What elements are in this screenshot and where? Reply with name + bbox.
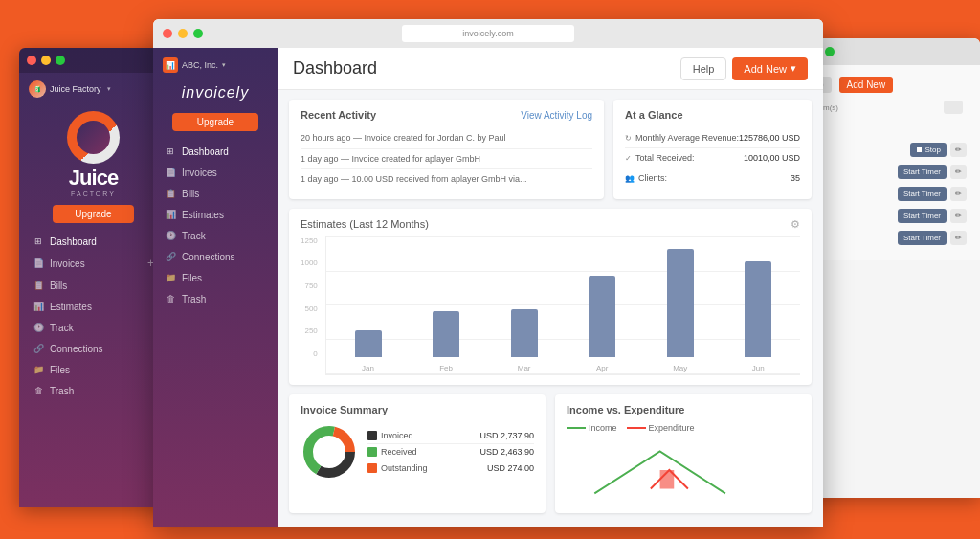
left-nav-label-files: Files [50, 365, 70, 375]
sidebar-nav-label-invoices: Invoices [182, 168, 217, 178]
invoiced-color [368, 431, 377, 440]
sidebar-nav-item-estimates[interactable]: 📊 Estimates [153, 204, 278, 225]
maximize-dot[interactable] [825, 47, 835, 56]
sidebar-nav-item-trash[interactable]: 🗑 Trash [153, 288, 278, 309]
glance-received-label: ✓ Total Received: [625, 153, 695, 163]
left-nav-item-track[interactable]: 🕐 Track [19, 317, 167, 338]
left-nav-label-connections: Connections [50, 344, 103, 354]
outstanding-value: USD 274.00 [487, 463, 534, 473]
start-timer-button-3[interactable]: Start Timer [898, 187, 947, 201]
sidebar-invoices-icon: 📄 [165, 167, 176, 178]
view-activity-log-link[interactable]: View Activity Log [521, 110, 592, 121]
chart-bar-feb [433, 311, 459, 357]
left-nav: ⊞ Dashboard 📄 Invoices + 📋 Bills 📊 Estim… [19, 231, 167, 401]
edit-button-2[interactable]: ✏ [950, 165, 967, 179]
left-nav-label-dashboard: Dashboard [50, 236, 97, 247]
sidebar-nav-item-dashboard[interactable]: ⊞ Dashboard [153, 141, 278, 162]
left-company-name: Juice Factory [50, 84, 101, 94]
sidebar-upgrade-button[interactable]: Upgrade [172, 113, 258, 131]
glance-revenue-label: ↻ Monthly Average Revenue: [625, 133, 739, 143]
glance-revenue-value: 125786,00 USD [739, 133, 800, 143]
sidebar-nav-label-dashboard: Dashboard [182, 146, 229, 157]
main-window-titlebar: invoicely.com [153, 19, 823, 48]
sidebar-track-icon: 🕐 [165, 230, 176, 241]
x-label-jan: Jan [336, 364, 401, 372]
juice-logo-text: Juice [69, 166, 118, 191]
left-maximize-dot[interactable] [56, 56, 65, 65]
sidebar-nav-item-bills[interactable]: 📋 Bills [153, 183, 278, 204]
search-box[interactable] [944, 101, 963, 114]
left-nav-item-estimates[interactable]: 📊 Estimates [19, 296, 167, 317]
left-minimize-dot[interactable] [41, 56, 51, 65]
url-bar[interactable]: invoicely.com [402, 25, 574, 42]
left-nav-item-bills[interactable]: 📋 Bills [19, 275, 167, 296]
recent-activity-title: Recent Activity [301, 109, 376, 121]
income-legend-item-income: Income [567, 423, 617, 433]
sidebar-company-name: ABC, Inc. [182, 60, 218, 70]
income-legend: Income Expenditure [567, 423, 800, 433]
add-new-button[interactable]: Add New ▾ [732, 57, 808, 80]
sidebar-header: 📊 ABC, Inc. ▾ [153, 48, 278, 79]
left-close-dot[interactable] [27, 56, 36, 65]
gear-icon[interactable]: ⚙ [791, 218, 800, 231]
main-minimize-dot[interactable] [178, 29, 188, 38]
edit-button-3[interactable]: ✏ [950, 187, 967, 201]
sidebar-company[interactable]: 📊 ABC, Inc. ▾ [163, 57, 226, 73]
left-company-header[interactable]: 🧃 Juice Factory ▾ [19, 73, 167, 105]
sidebar-logo-area: invoicely [153, 79, 278, 107]
y-label-1000: 1000 [301, 258, 318, 267]
left-nav-item-dashboard[interactable]: ⊞ Dashboard [19, 231, 167, 252]
donut-chart [301, 423, 358, 481]
sidebar-nav-item-files[interactable]: 📁 Files [153, 267, 278, 288]
income-legend-label: Income [589, 423, 617, 433]
add-new-arrow-icon: ▾ [791, 62, 796, 75]
invoices-icon: 📄 [33, 258, 44, 269]
recent-activity-header: Recent Activity View Activity Log [301, 109, 592, 121]
sidebar: 📊 ABC, Inc. ▾ invoicely Upgrade ⊞ Dashbo… [153, 48, 278, 527]
estimates-chart-card: Estimates (Last 12 Months) ⚙ 1250 1000 7… [289, 209, 812, 385]
back-add-new-button[interactable]: Add New [839, 77, 894, 93]
income-chart-area [567, 437, 800, 504]
start-timer-button-2[interactable]: Start Timer [898, 165, 947, 179]
sidebar-bills-icon: 📋 [165, 188, 176, 199]
start-timer-button-4[interactable]: Start Timer [898, 209, 947, 223]
left-nav-item-connections[interactable]: 🔗 Connections [19, 338, 167, 359]
y-label-750: 750 [301, 281, 318, 290]
chart-bars [326, 237, 800, 357]
chart-bar-group-jun [725, 237, 791, 357]
sidebar-estimates-icon: 📊 [165, 209, 176, 220]
main-maximize-dot[interactable] [193, 29, 203, 38]
left-nav-item-files[interactable]: 📁 Files [19, 359, 167, 380]
x-label-feb: Feb [413, 364, 479, 372]
invoice-summary-header: Invoice Summary [301, 404, 534, 415]
sidebar-nav-item-connections[interactable]: 🔗 Connections [153, 246, 278, 267]
edit-button-5[interactable]: ✏ [950, 231, 967, 245]
start-timer-button-5[interactable]: Start Timer [898, 231, 947, 245]
juice-logo-area: Juice FACTORY [19, 105, 167, 205]
timer-item-2: Start Timer ✏ [802, 165, 967, 179]
sidebar-nav: ⊞ Dashboard 📄 Invoices 📋 Bills 📊 Estimat… [153, 141, 278, 527]
main-content: Dashboard Help Add New ▾ Recent Activity… [278, 48, 823, 527]
stop-button-1[interactable]: ⏹ Stop [910, 143, 947, 157]
left-nav-item-invoices[interactable]: 📄 Invoices + [19, 252, 167, 275]
edit-button-4[interactable]: ✏ [950, 209, 967, 223]
sidebar-nav-item-track[interactable]: 🕐 Track [153, 225, 278, 246]
chart-bar-group-jan [336, 237, 401, 357]
svg-rect-3 [660, 470, 675, 489]
left-upgrade-button[interactable]: Upgrade [53, 205, 134, 223]
main-close-dot[interactable] [163, 29, 172, 38]
glance-row-received: ✓ Total Received: 10010,00 USD [625, 148, 800, 168]
received-value: USD 2,463.90 [479, 447, 534, 457]
edit-button-1[interactable]: ✏ [950, 143, 967, 157]
help-button[interactable]: Help [680, 57, 727, 80]
left-nav-item-trash[interactable]: 🗑 Trash [19, 380, 167, 401]
main-topbar: Dashboard Help Add New ▾ [278, 48, 823, 90]
estimates-icon: 📊 [33, 301, 44, 312]
sidebar-connections-icon: 🔗 [165, 251, 176, 262]
left-window-titlebar [19, 48, 167, 73]
sidebar-nav-label-track: Track [182, 231, 206, 241]
chart-bar-jan [355, 330, 382, 357]
grid-line-5 [326, 373, 800, 374]
sidebar-nav-item-invoices[interactable]: 📄 Invoices [153, 162, 278, 183]
sidebar-nav-label-bills: Bills [182, 189, 199, 199]
